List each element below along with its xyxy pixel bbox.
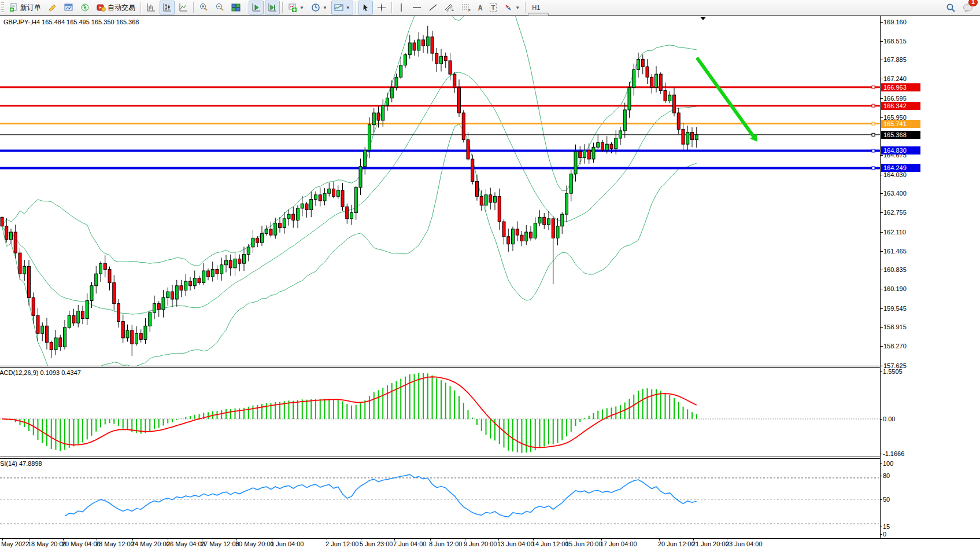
signal-button[interactable] bbox=[77, 1, 93, 14]
tile-windows-button[interactable] bbox=[228, 1, 243, 14]
rsi-axis-label: 0 bbox=[883, 531, 886, 538]
price-tick bbox=[880, 308, 883, 309]
price-axis-label: 158.915 bbox=[883, 323, 907, 330]
time-axis-label[interactable]: May 2022 bbox=[1, 540, 29, 547]
signal-icon bbox=[80, 3, 90, 12]
time-axis-label[interactable]: 8 Jun 12:00 bbox=[429, 540, 463, 547]
trendline-button[interactable] bbox=[426, 1, 441, 14]
price-badge-164.249: 164.249 bbox=[881, 164, 920, 172]
zoom-out-icon bbox=[215, 3, 224, 12]
svg-text:F: F bbox=[468, 9, 471, 12]
price-axis-label: 162.755 bbox=[883, 209, 907, 216]
timeframe-button-H1[interactable]: H1 bbox=[528, 2, 548, 13]
periods-button[interactable]: ▼ bbox=[308, 1, 330, 14]
time-axis-label[interactable]: 17 Jun 04:00 bbox=[600, 540, 637, 547]
price-axis-label: 161.465 bbox=[883, 248, 907, 255]
new-order-button[interactable]: 新订单 bbox=[6, 1, 44, 14]
price-tick bbox=[880, 270, 883, 270]
time-axis-label[interactable]: 30 May 20:00 bbox=[235, 540, 274, 547]
label-tool-button[interactable]: T bbox=[487, 1, 500, 14]
chart-window-icon bbox=[64, 3, 73, 12]
price-axis-label: 164.030 bbox=[883, 171, 907, 178]
macd-tick bbox=[880, 419, 882, 420]
macd-axis-label: 0.00 bbox=[883, 415, 895, 422]
price-tick bbox=[880, 346, 883, 347]
auto-scroll-button[interactable] bbox=[249, 1, 264, 14]
time-axis-label[interactable]: 5 Jun 23:00 bbox=[360, 540, 393, 547]
time-axis-label[interactable]: 2 Jun 12:00 bbox=[326, 540, 359, 547]
vertical-line-button[interactable] bbox=[394, 1, 408, 14]
time-axis-label[interactable]: 20 Jun 12:00 bbox=[658, 540, 695, 547]
time-axis-label[interactable]: 18 May 20:00 bbox=[28, 540, 66, 547]
rsi-axis-label: 100 bbox=[883, 460, 893, 467]
time-axis-label[interactable]: 14 Jun 12:00 bbox=[532, 540, 569, 547]
time-axis-label[interactable]: 1 Jun 04:00 bbox=[271, 540, 304, 547]
candle bbox=[1, 216, 3, 228]
channel-icon: E bbox=[445, 3, 454, 12]
cursor-button[interactable] bbox=[358, 1, 373, 14]
auto-scroll-icon bbox=[252, 3, 261, 12]
text-tool-button[interactable]: A bbox=[475, 1, 486, 14]
rsi-axis-label: 50 bbox=[883, 496, 890, 503]
price-tick bbox=[880, 327, 883, 328]
time-axis-label[interactable]: 24 May 20:00 bbox=[131, 540, 170, 547]
line-chart-icon bbox=[179, 3, 188, 12]
chart-area[interactable] bbox=[0, 16, 980, 548]
trendline-icon bbox=[428, 3, 438, 12]
toolbar-grip[interactable] bbox=[1, 2, 4, 13]
price-axis-label: 163.400 bbox=[883, 190, 907, 197]
auto-trading-button[interactable]: 自动交易 bbox=[94, 1, 138, 14]
time-axis-label[interactable]: 23 May 12:00 bbox=[95, 540, 134, 547]
time-axis-label[interactable]: 26 May 04:00 bbox=[167, 540, 205, 547]
time-axis-label[interactable]: 20 May 04:00 bbox=[62, 540, 101, 547]
time-axis-label[interactable]: 21 Jun 20:00 bbox=[692, 540, 729, 547]
rsi-tick bbox=[880, 476, 882, 476]
search-button[interactable] bbox=[943, 1, 959, 14]
channel-button[interactable]: E bbox=[442, 1, 457, 14]
candle bbox=[471, 155, 474, 185]
line-chart-button[interactable] bbox=[176, 1, 191, 14]
horizontal-line-button[interactable] bbox=[409, 1, 424, 14]
time-axis-label[interactable]: 13 Jun 04:00 bbox=[497, 540, 534, 547]
add-indicator-button[interactable]: ▼ bbox=[285, 1, 307, 14]
fibonacci-button[interactable]: F bbox=[458, 1, 474, 14]
time-axis-label[interactable]: 27 May 12:00 bbox=[201, 540, 239, 547]
arrows-tool-icon bbox=[504, 3, 513, 12]
macd-panel[interactable] bbox=[0, 367, 980, 457]
price-axis-label: 162.110 bbox=[883, 229, 906, 236]
price-axis-label: 160.835 bbox=[883, 266, 907, 273]
notifications-button[interactable]: 1 bbox=[960, 1, 976, 14]
auto-trading-icon bbox=[97, 3, 106, 12]
zoom-in-button[interactable] bbox=[196, 1, 211, 14]
time-axis-label[interactable]: 23 Jun 04:00 bbox=[726, 540, 763, 547]
price-tick bbox=[880, 155, 883, 156]
macd-rsi-separator2 bbox=[0, 458, 880, 459]
time-axis-label[interactable]: 9 Jun 20:00 bbox=[464, 540, 497, 547]
chart-shift-button[interactable] bbox=[265, 1, 280, 14]
chart-shift-icon bbox=[268, 3, 277, 12]
main-price-chart[interactable] bbox=[0, 16, 980, 366]
toolbar-separator bbox=[140, 2, 141, 13]
crosshair-button[interactable] bbox=[374, 1, 389, 14]
price-tick bbox=[880, 232, 883, 233]
chart-window-button[interactable] bbox=[61, 1, 76, 14]
label-tool-icon: T bbox=[490, 3, 497, 12]
crayon-button[interactable] bbox=[45, 1, 60, 14]
bar-chart-button[interactable] bbox=[143, 1, 158, 14]
templates-button[interactable]: ▼ bbox=[331, 1, 353, 14]
time-axis-label[interactable]: 15 Jun 20:00 bbox=[565, 540, 602, 547]
candlestick-chart-button[interactable] bbox=[160, 1, 175, 14]
rsi-panel[interactable] bbox=[0, 458, 980, 539]
macd-tick bbox=[880, 372, 882, 372]
price-tick bbox=[880, 366, 883, 366]
price-tick bbox=[880, 98, 883, 99]
candle bbox=[462, 110, 465, 142]
arrows-tool-button[interactable]: ▼ bbox=[501, 1, 523, 14]
time-axis-label[interactable]: 7 Jun 04:00 bbox=[393, 540, 427, 547]
crayon-icon bbox=[48, 3, 57, 12]
rsi-label: RSI(14) 47.8898 bbox=[0, 460, 42, 467]
candlestick-chart-icon bbox=[162, 3, 172, 12]
candle bbox=[659, 72, 662, 94]
price-tick bbox=[880, 79, 883, 79]
zoom-out-button[interactable] bbox=[212, 1, 227, 14]
